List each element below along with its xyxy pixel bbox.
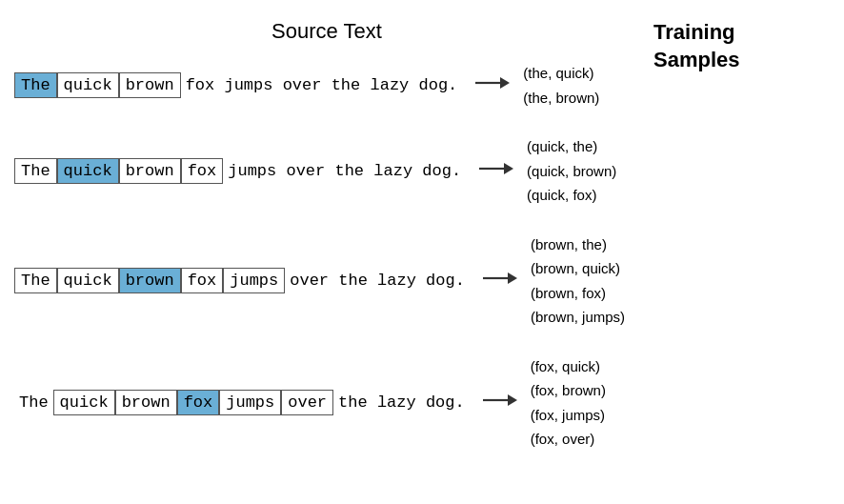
sequence-1: Thequickbrownfox jumps over the lazy dog…	[14, 72, 462, 98]
word-jumps-3: jumps	[223, 268, 285, 293]
sample-item: (fox, jumps)	[531, 403, 606, 428]
sample-item: (quick, the)	[527, 134, 616, 159]
word-brown-2: brown	[119, 158, 181, 184]
word-fox-3: fox	[181, 268, 224, 293]
word-fox-2: fox	[181, 158, 224, 184]
word-quick-3: quick	[57, 268, 119, 293]
sample-item: (the, brown)	[523, 86, 599, 111]
word-quick-2: quick	[57, 158, 119, 184]
word-fox-4: fox	[177, 390, 220, 415]
arrow-3	[483, 269, 517, 292]
right-section: TrainingSamples	[644, 19, 834, 485]
sample-item: (the, quick)	[523, 61, 599, 86]
samples-3: (brown, the) (brown, quick) (brown, fox)…	[531, 232, 625, 330]
sample-item: (brown, the)	[531, 232, 625, 257]
sample-item: (quick, brown)	[527, 159, 616, 184]
samples-2: (quick, the) (quick, brown) (quick, fox)	[527, 134, 616, 208]
svg-marker-7	[508, 394, 517, 406]
row-1: Thequickbrownfox jumps over the lazy dog…	[10, 61, 644, 110]
word-brown-3: brown	[119, 268, 181, 293]
word-the-1: The	[14, 72, 57, 98]
row-4: Thequickbrownfoxjumpsoverthe lazy dog. (…	[10, 354, 644, 452]
word-brown-4: brown	[115, 390, 177, 415]
word-the-3: The	[14, 268, 57, 293]
word-jumps-4: jumps	[219, 390, 281, 415]
left-section: Source Text Thequickbrownfox jumps over …	[10, 19, 644, 485]
word-over-4: over	[281, 390, 333, 415]
sequence-3: Thequickbrownfoxjumpsover the lazy dog.	[14, 268, 470, 293]
word-rest-3: over the lazy dog.	[285, 269, 470, 292]
sample-item: (fox, brown)	[531, 378, 606, 403]
svg-marker-3	[504, 163, 513, 174]
sample-item: (quick, fox)	[527, 183, 616, 208]
arrow-1	[475, 73, 510, 97]
source-text-title: Source Text	[271, 19, 382, 44]
row-3: Thequickbrownfoxjumpsover the lazy dog. …	[10, 232, 644, 330]
word-brown-1: brown	[119, 72, 181, 98]
word-the-4-plain: The	[14, 391, 53, 414]
sample-item: (brown, quick)	[531, 256, 625, 281]
svg-marker-1	[500, 77, 510, 89]
sample-item: (brown, jumps)	[531, 305, 625, 330]
sample-item: (fox, quick)	[531, 354, 606, 379]
word-rest-1: fox jumps over the lazy dog.	[181, 73, 463, 97]
arrow-4	[483, 391, 517, 414]
word-the-2: The	[14, 158, 57, 184]
row-2: Thequickbrownfoxjumps over the lazy dog.…	[10, 134, 644, 208]
page-container: Source Text Thequickbrownfox jumps over …	[0, 0, 844, 504]
arrow-2	[479, 159, 513, 183]
sample-item: (fox, over)	[531, 427, 606, 452]
training-samples-title: TrainingSamples	[653, 19, 834, 73]
word-quick-4: quick	[53, 390, 115, 415]
sequence-2: Thequickbrownfoxjumps over the lazy dog.	[14, 158, 466, 184]
word-quick-1: quick	[57, 72, 119, 98]
word-rest-2: jumps over the lazy dog.	[223, 159, 466, 183]
sample-item: (brown, fox)	[531, 281, 625, 306]
sequence-4: Thequickbrownfoxjumpsoverthe lazy dog.	[14, 390, 470, 415]
samples-4: (fox, quick) (fox, brown) (fox, jumps) (…	[531, 354, 606, 452]
word-rest-4: the lazy dog.	[333, 391, 470, 414]
svg-marker-5	[508, 272, 517, 284]
samples-1: (the, quick) (the, brown)	[523, 61, 599, 110]
